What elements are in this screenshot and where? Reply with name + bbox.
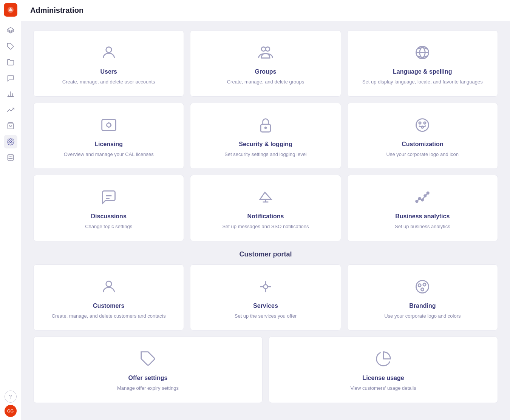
card-license-usage-desc: View customers' usage details	[350, 384, 416, 392]
card-groups-title: Groups	[255, 68, 277, 75]
card-customization-title: Customization	[402, 141, 443, 148]
svg-point-18	[416, 119, 429, 131]
svg-point-32	[424, 195, 427, 197]
portal-section-title: Customer portal	[33, 250, 498, 258]
card-security-desc: Set security settings and logging level	[224, 151, 307, 158]
card-security-title: Security & logging	[239, 141, 292, 148]
services-icon	[256, 277, 275, 296]
card-customization[interactable]: Customization Use your corporate logo an…	[347, 103, 498, 169]
card-groups[interactable]: Groups Create, manage, and delete groups	[190, 30, 341, 97]
card-language-desc: Set up display language, locale, and fav…	[362, 78, 483, 86]
card-customers-desc: Create, manage, and delete customers and…	[52, 312, 166, 320]
svg-point-35	[263, 284, 267, 289]
svg-point-20	[424, 122, 426, 124]
card-language-title: Language & spelling	[393, 68, 452, 75]
sidebar-item-shop[interactable]	[4, 119, 17, 133]
card-customers-title: Customers	[93, 303, 125, 309]
user-avatar[interactable]: GG	[5, 405, 17, 417]
card-analytics-desc: Set up business analytics	[395, 223, 450, 230]
card-licensing-desc: Overview and manage your CAL licenses	[64, 151, 154, 158]
card-offer-settings[interactable]: Offer settings Manage offer expiry setti…	[33, 337, 263, 403]
svg-point-29	[416, 200, 418, 202]
branding-icon	[413, 277, 432, 296]
card-offer-settings-title: Offer settings	[128, 375, 167, 381]
card-customers[interactable]: Customers Create, manage, and delete cus…	[33, 264, 184, 331]
card-services-title: Services	[253, 303, 278, 309]
card-license-usage-title: License usage	[362, 375, 404, 381]
language-icon	[413, 43, 432, 62]
admin-row-3: Discussions Change topic settings Notifi…	[33, 175, 498, 241]
card-notifications-desc: Set up messages and SSO notifications	[222, 223, 309, 230]
card-security[interactable]: Security & logging Set security settings…	[190, 103, 341, 169]
card-notifications[interactable]: Notifications Set up messages and SSO no…	[190, 175, 341, 241]
app-logo[interactable]	[4, 3, 17, 17]
sidebar-item-settings[interactable]	[4, 135, 17, 148]
svg-point-41	[418, 284, 421, 286]
svg-marker-22	[260, 192, 271, 199]
card-notifications-title: Notifications	[247, 213, 284, 220]
customization-icon	[413, 115, 432, 135]
card-customization-desc: Use your corporate logo and icon	[386, 151, 459, 158]
sidebar-item-layers[interactable]	[4, 24, 17, 37]
card-users[interactable]: Users Create, manage, and delete user ac…	[33, 30, 184, 97]
licensing-icon	[99, 115, 119, 135]
svg-point-19	[419, 122, 421, 124]
svg-point-10	[106, 47, 111, 52]
user-icon	[99, 43, 119, 62]
card-services[interactable]: Services Set up the services you offer	[190, 264, 341, 331]
sidebar-item-chat[interactable]	[4, 71, 17, 85]
svg-point-33	[427, 192, 429, 194]
help-button[interactable]: ?	[5, 391, 17, 403]
page-title: Administration	[30, 6, 83, 15]
sidebar-item-database[interactable]	[4, 151, 17, 164]
card-users-desc: Create, manage, and delete user accounts	[62, 78, 155, 86]
topbar: Administration	[21, 0, 510, 21]
card-branding-desc: Use your corporate logo and colors	[384, 312, 461, 320]
groups-icon	[256, 43, 275, 62]
main-area: Administration Users Create, manage, and…	[21, 0, 510, 420]
card-services-desc: Set up the services you offer	[235, 312, 297, 320]
svg-point-42	[423, 283, 426, 286]
portal-row-1: Customers Create, manage, and delete cus…	[33, 264, 498, 331]
svg-point-15	[107, 123, 111, 127]
card-discussions-title: Discussions	[91, 213, 127, 220]
analytics-icon	[413, 187, 432, 207]
svg-point-8	[9, 141, 11, 143]
svg-point-31	[422, 199, 424, 201]
security-icon	[256, 115, 275, 135]
card-discussions-desc: Change topic settings	[85, 223, 132, 230]
card-licensing-title: Licensing	[94, 141, 123, 148]
svg-point-12	[266, 47, 270, 51]
card-users-title: Users	[100, 68, 117, 75]
card-groups-desc: Create, manage, and delete groups	[227, 78, 304, 86]
sidebar: ? GG	[0, 0, 21, 420]
svg-point-17	[265, 127, 266, 128]
card-license-usage[interactable]: License usage View customers' usage deta…	[269, 337, 498, 403]
card-licensing[interactable]: Licensing Overview and manage your CAL l…	[33, 103, 184, 169]
svg-rect-14	[102, 119, 116, 130]
offer-icon	[138, 349, 158, 369]
card-branding-title: Branding	[409, 303, 436, 309]
sidebar-item-chart-line[interactable]	[4, 103, 17, 117]
sidebar-item-folder[interactable]	[4, 56, 17, 69]
content-area: Users Create, manage, and delete user ac…	[21, 21, 510, 420]
sidebar-item-tags[interactable]	[4, 40, 17, 53]
svg-point-30	[419, 198, 421, 200]
card-discussions[interactable]: Discussions Change topic settings	[33, 175, 184, 241]
card-branding[interactable]: Branding Use your corporate logo and col…	[347, 264, 498, 331]
notifications-icon	[256, 187, 275, 207]
discussions-icon	[99, 187, 119, 207]
svg-point-34	[106, 281, 111, 287]
svg-point-43	[421, 288, 424, 290]
customers-icon	[99, 277, 119, 296]
card-language[interactable]: Language & spelling Set up display langu…	[347, 30, 498, 97]
admin-row-2: Licensing Overview and manage your CAL l…	[33, 103, 498, 169]
card-analytics[interactable]: Business analytics Set up business analy…	[347, 175, 498, 241]
portal-row-2: Offer settings Manage offer expiry setti…	[33, 337, 498, 403]
license-usage-icon	[374, 349, 393, 369]
card-offer-settings-desc: Manage offer expiry settings	[117, 384, 179, 392]
svg-point-9	[8, 154, 13, 156]
card-analytics-title: Business analytics	[395, 213, 450, 220]
sidebar-bottom: ? GG	[5, 391, 17, 417]
sidebar-item-chart-bar[interactable]	[4, 87, 17, 101]
